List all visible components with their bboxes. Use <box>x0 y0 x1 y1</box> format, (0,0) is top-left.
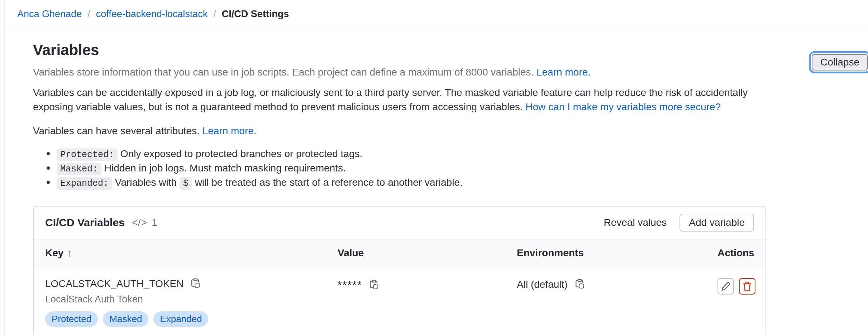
copy-to-clipboard-icon <box>190 278 201 289</box>
badge-list: Protected Masked Expanded <box>45 311 338 327</box>
environment-scope: All (default) <box>517 277 568 291</box>
copy-to-clipboard-icon <box>368 280 380 291</box>
pencil-icon <box>720 281 731 292</box>
masked-value: ***** <box>338 277 362 292</box>
collapse-button[interactable]: Collapse <box>812 54 868 71</box>
breadcrumb: Anca Ghenade / coffee-backend-localstack… <box>17 8 289 21</box>
table-header-row: Key↑ Value Environments Actions <box>34 239 766 267</box>
variable-description: LocalStack Auth Token <box>45 293 338 306</box>
breadcrumb-item-user[interactable]: Anca Ghenade <box>17 8 82 21</box>
delete-variable-button[interactable] <box>739 278 755 295</box>
value-cell: ***** <box>338 277 517 292</box>
variable-count: </> 1 <box>132 215 157 229</box>
panel-header: CI/CD Variables </> 1 Reveal values Add … <box>34 207 766 239</box>
settings-section-variables: Collapse Variables Variables store infor… <box>0 42 868 335</box>
attributes-list: Protected: Only exposed to protected bra… <box>33 147 766 190</box>
expanded-code-chip: Expanded: <box>57 177 112 190</box>
list-item-text: Variables with <box>115 177 177 188</box>
warning-paragraph: Variables can be accidentally exposed in… <box>33 86 766 113</box>
add-variable-button[interactable]: Add variable <box>679 214 754 232</box>
key-cell: LOCALSTACK_AUTH_TOKEN LocalStack Auth To… <box>45 277 338 327</box>
learn-more-link[interactable]: Learn more. <box>536 67 591 78</box>
breadcrumb-bar: Anca Ghenade / coffee-backend-localstack… <box>0 0 868 29</box>
panel-title: CI/CD Variables <box>45 215 125 230</box>
column-header-actions: Actions <box>717 246 754 260</box>
intro-paragraph: Variables store information that you can… <box>33 65 766 79</box>
list-item-text: Hidden in job logs. Must match masking r… <box>104 162 346 174</box>
list-item-text: Only exposed to protected branches or pr… <box>120 148 363 159</box>
actions-cell <box>717 278 755 295</box>
section-content: Variables Variables store information th… <box>33 42 766 335</box>
sort-ascending-icon: ↑ <box>67 247 72 258</box>
column-header-environments: Environments <box>517 246 717 260</box>
copy-key-button[interactable] <box>190 278 201 289</box>
list-item-masked: Masked: Hidden in job logs. Must match m… <box>47 161 766 176</box>
breadcrumb-item-current: CI/CD Settings <box>222 8 289 21</box>
copy-environment-button[interactable] <box>574 279 585 290</box>
variable-key: LOCALSTACK_AUTH_TOKEN <box>45 277 183 291</box>
list-item-expanded: Expanded: Variables with $ will be treat… <box>47 176 766 190</box>
column-header-key-label: Key <box>45 247 63 258</box>
ci-cd-variables-panel: CI/CD Variables </> 1 Reveal values Add … <box>33 206 766 335</box>
status-badge-masked: Masked <box>103 311 148 327</box>
dollar-code-chip: $ <box>180 177 192 190</box>
variable-count-value: 1 <box>152 215 157 229</box>
reveal-values-button[interactable]: Reveal values <box>600 217 670 228</box>
attributes-text: Variables can have several attributes. <box>33 125 200 136</box>
breadcrumb-separator: / <box>213 8 216 21</box>
sidebar-edge <box>0 0 5 335</box>
breadcrumb-separator: / <box>87 8 90 21</box>
code-icon: </> <box>132 215 147 229</box>
learn-more-link[interactable]: Learn more. <box>202 125 257 136</box>
environments-cell: All (default) <box>517 277 717 291</box>
column-header-value: Value <box>338 246 517 260</box>
copy-value-button[interactable] <box>368 280 380 291</box>
protected-code-chip: Protected: <box>57 149 118 161</box>
status-badge-protected: Protected <box>45 311 98 327</box>
page-title: Variables <box>33 42 766 59</box>
breadcrumb-item-project[interactable]: coffee-backend-localstack <box>96 8 208 21</box>
secure-variables-link[interactable]: How can I make my variables more secure? <box>525 101 721 112</box>
intro-text: Variables store information that you can… <box>33 67 534 78</box>
list-item-protected: Protected: Only exposed to protected bra… <box>47 147 766 161</box>
list-item-text: will be treated as the start of a refere… <box>195 177 463 188</box>
copy-to-clipboard-icon <box>574 279 585 290</box>
masked-code-chip: Masked: <box>57 163 101 175</box>
attributes-paragraph: Variables can have several attributes. L… <box>33 124 766 138</box>
column-header-key[interactable]: Key↑ <box>45 246 338 260</box>
status-badge-expanded: Expanded <box>153 311 208 327</box>
table-row: LOCALSTACK_AUTH_TOKEN LocalStack Auth To… <box>34 267 766 335</box>
trash-icon <box>742 281 753 292</box>
edit-variable-button[interactable] <box>717 278 734 295</box>
